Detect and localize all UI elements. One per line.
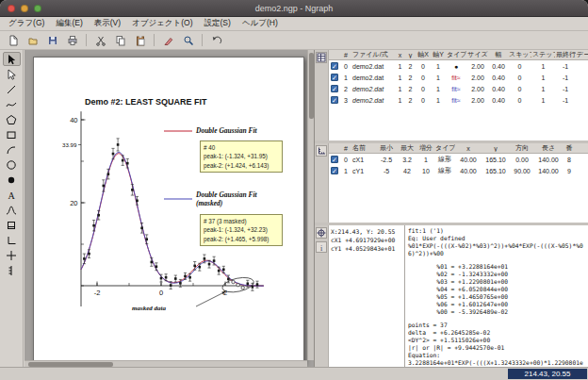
draw-button[interactable]	[159, 33, 177, 48]
fit-log-panel: fit:1 ('1)Eq: User defined%01*EXP(-(((X-…	[405, 225, 588, 367]
mark-tool[interactable]	[3, 173, 21, 187]
axis-column-header[interactable]: 方向	[510, 143, 534, 153]
console-tabs: i	[315, 225, 329, 367]
file-column-header[interactable]: #	[340, 52, 351, 58]
axis-name: cY1	[351, 168, 376, 174]
information-tab[interactable]: i	[316, 241, 327, 253]
frame-graph-tool[interactable]	[3, 218, 21, 232]
legend-fit2-label[interactable]: Double Gaussian Fit	[196, 190, 257, 199]
frame-graph-icon	[6, 220, 17, 231]
fit-log-line: points = 37	[408, 322, 585, 329]
file-column-header[interactable]: ステップ	[531, 50, 555, 59]
row-visible-checkbox[interactable]: ✓	[331, 74, 338, 81]
new-document-button[interactable]	[4, 33, 22, 48]
axis-table-row[interactable]: ✓ 1 cY1 -5 42 10 線形 40.00 165.10 90.00 1	[329, 165, 588, 176]
file-table-row[interactable]: ✓ 0 demo2.dat 1 2 0 1 ● 2.00 0.40 0	[329, 60, 588, 72]
file-column-header[interactable]: 幅	[489, 50, 508, 59]
rectangle-tool[interactable]	[3, 127, 21, 141]
row-visible-checkbox[interactable]: ✓	[331, 62, 338, 70]
maximize-button[interactable]	[34, 5, 41, 12]
coordinate-tab[interactable]	[316, 227, 327, 239]
axis-column-header[interactable]: 番	[563, 143, 576, 153]
menu-item-object[interactable]: オブジェクト(O)	[126, 17, 198, 30]
fit-log-line: %00 = -5.3926489e-02	[408, 308, 585, 316]
legend-select-tool[interactable]	[3, 67, 21, 81]
file-column-header[interactable]: スキップ	[508, 50, 531, 59]
row-visible-checkbox[interactable]: ✓	[331, 96, 338, 104]
menu-item-view[interactable]: 表示(V)	[89, 17, 126, 30]
data-list-tab[interactable]	[316, 52, 327, 63]
axis-column-header[interactable]: 最小	[376, 143, 397, 153]
close-button[interactable]	[8, 5, 15, 12]
axis-list-tab[interactable]	[316, 145, 327, 157]
polygon-tool[interactable]	[3, 112, 21, 126]
file-table-row[interactable]: ✓ 1 demo2.dat 1 2 0 1 fit≈ 2.00 0.40 0	[329, 72, 588, 83]
file-column-header[interactable]: データ数	[576, 50, 588, 59]
axis-column-header[interactable]: y	[482, 145, 510, 152]
paste-button[interactable]	[131, 33, 149, 48]
axis-column-header[interactable]: #	[340, 145, 351, 152]
svg-text:-2: -2	[94, 289, 101, 297]
axis-column-header[interactable]: 増分	[417, 143, 434, 153]
gauss-icon	[6, 205, 17, 216]
axis-table-row[interactable]: ✓ 0 cX1 -2.5 3.2 1 線形 40.00 165.10 0.00	[329, 154, 588, 165]
axis-column-header[interactable]: 名前	[351, 143, 376, 153]
file-column-header[interactable]: サイズ	[466, 50, 489, 59]
page[interactable]: -202204033.99 Demo #2: LEAST SQUARE FIT …	[33, 57, 304, 364]
row-visible-checkbox[interactable]: ✓	[331, 156, 338, 163]
cursor-position: 214.43, 20.55	[508, 369, 587, 379]
cut-button[interactable]	[91, 33, 109, 48]
section-graph-tool[interactable]	[3, 233, 21, 247]
menu-item-edit[interactable]: 編集(E)	[50, 17, 88, 30]
curve-tool[interactable]	[3, 97, 21, 111]
minimize-button[interactable]	[21, 5, 28, 12]
plot-title[interactable]: Demo #2: LEAST SQUARE FIT	[85, 97, 207, 107]
menu-item-graph[interactable]: グラフ(G)	[3, 17, 50, 30]
undo-button[interactable]	[207, 33, 225, 48]
gauss-tool[interactable]	[3, 203, 21, 217]
viewer-icon	[183, 35, 194, 46]
file-table-row[interactable]: ✓ 2 demo2.dat 1 2 0 1 fit≈ 2.00 0.40 0	[329, 83, 588, 94]
file-column-header[interactable]: 軸X	[416, 50, 431, 59]
fit-info-box-1[interactable]: # 40 peak-1: (-1.324, +31.95) peak-2: (+…	[200, 140, 283, 173]
axis-column-header[interactable]: 最大	[397, 143, 417, 153]
file-column-header[interactable]: x	[395, 52, 405, 58]
print-button[interactable]	[63, 33, 81, 48]
viewer-button[interactable]	[179, 33, 197, 48]
row-visible-checkbox[interactable]: ✓	[331, 85, 338, 92]
horizontal-scrollbar[interactable]	[24, 360, 307, 367]
select-tool[interactable]	[3, 52, 21, 66]
file-column-header[interactable]: y	[405, 52, 416, 58]
file-column-header[interactable]: ファイル/式	[351, 50, 395, 59]
line-tool[interactable]	[3, 82, 21, 96]
circle-tool[interactable]	[3, 157, 21, 172]
menu-item-help[interactable]: ヘルプ(H)	[237, 17, 284, 30]
vertical-scrollbar[interactable]	[307, 50, 314, 360]
legend-fit2-label-2[interactable]: (masked)	[196, 199, 222, 207]
axis-column-header[interactable]: タイプ	[434, 143, 455, 153]
axis-column-header[interactable]: 長さ	[534, 143, 563, 153]
file-column-header[interactable]: 最終行	[555, 50, 576, 59]
arc-icon	[6, 144, 17, 156]
file-table-row[interactable]: ✓ 3 demo2.dat 1 2 0 1 fit≈ 2.00 0.40 0	[329, 94, 588, 106]
save-button[interactable]	[43, 33, 61, 48]
plot-type: fit≈	[446, 74, 466, 81]
file-column-header[interactable]: 軸Y	[431, 50, 446, 59]
row-visible-checkbox[interactable]: ✓	[331, 167, 338, 174]
menubar: グラフ(G) 編集(E) 表示(V) オブジェクト(O) 設定(S) ヘルプ(H…	[0, 17, 588, 31]
legend-fit1-label[interactable]: Double Gaussian Fit	[196, 126, 257, 135]
single-axis-tool[interactable]	[3, 263, 21, 277]
fit-log-line: %03 = +1.2290801e+00	[408, 278, 585, 286]
fit-info-box-2[interactable]: # 37 (3 masked) peak-1: (-1.324, +32.23)…	[200, 214, 283, 246]
open-button[interactable]	[24, 33, 41, 48]
masked-data-label[interactable]: masked data	[132, 305, 166, 312]
copy-button[interactable]	[111, 33, 129, 48]
cross-graph-tool[interactable]	[3, 248, 21, 262]
svg-text:33.99: 33.99	[62, 141, 77, 148]
axis-column-header[interactable]: x	[455, 145, 482, 152]
text-tool[interactable]: A	[3, 188, 21, 202]
arc-tool[interactable]	[3, 142, 21, 157]
file-column-header[interactable]: タイプ	[446, 50, 466, 59]
canvas-area[interactable]: -202204033.99 Demo #2: LEAST SQUARE FIT …	[24, 50, 314, 367]
menu-item-settings[interactable]: 設定(S)	[199, 17, 237, 30]
